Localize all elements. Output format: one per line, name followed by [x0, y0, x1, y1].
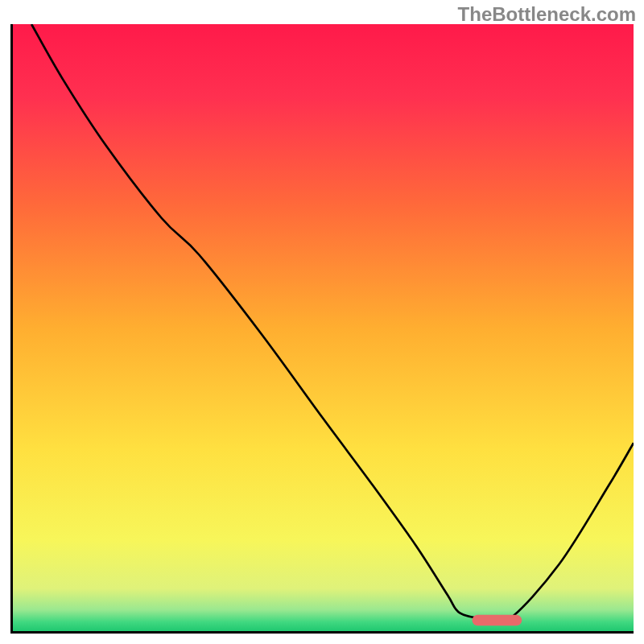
- optimal-marker: [473, 615, 522, 626]
- bottleneck-curve: [31, 24, 634, 623]
- chart-container: TheBottleneck.com: [0, 0, 644, 644]
- watermark: TheBottleneck.com: [458, 3, 636, 26]
- chart-curve-layer: [13, 24, 634, 631]
- plot-area: [10, 24, 634, 634]
